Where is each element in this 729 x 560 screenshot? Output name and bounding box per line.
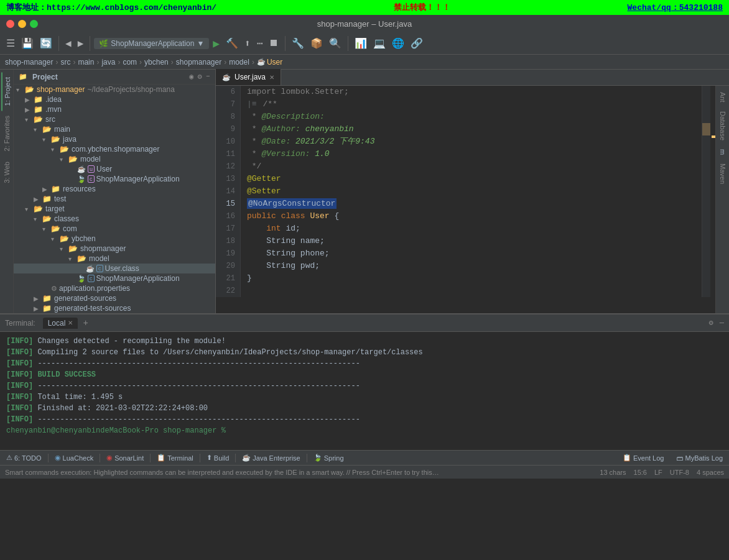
sync-btn[interactable]: 🔄 (37, 36, 55, 51)
extra-btn2[interactable]: 🔗 (408, 36, 425, 51)
event-log-btn[interactable]: 📋 Event Log (619, 452, 668, 463)
tree-java[interactable]: ▾ 📂 java (14, 134, 215, 144)
mybatis-log-btn[interactable]: 🗃 MyBatis Log (672, 452, 727, 463)
tree-target-ybchen[interactable]: ▾ 📂 ybchen (14, 234, 215, 244)
settings-btn[interactable]: 🔧 (289, 36, 307, 51)
sdk-btn[interactable]: 📦 (308, 36, 325, 51)
vcs-btn[interactable]: 📊 (352, 36, 369, 51)
tree-target-app[interactable]: ▶ 🍃 c ShopManagerApplication (14, 273, 215, 283)
terminal-add-btn[interactable]: + (83, 318, 88, 328)
terminal-minimize-btn[interactable]: — (720, 319, 724, 328)
stop-btn[interactable]: ⏹ (266, 36, 281, 50)
terminal-btn[interactable]: 💻 (371, 36, 388, 51)
bc-ybchen[interactable]: ybchen (144, 58, 169, 67)
tree-idea[interactable]: ▶ 📁 .idea (14, 94, 215, 104)
tree-target-shopmanager[interactable]: ▾ 📂 shopmanager (14, 244, 215, 254)
tree-app-props[interactable]: ▶ ⚙ application.properties (14, 283, 215, 293)
luacheck-btn[interactable]: ◉ LuaCheck (51, 452, 98, 463)
bc-shopmanager[interactable]: shop-manager (5, 58, 53, 67)
app-type-icon: c (88, 175, 95, 183)
build-tool-btn[interactable]: ⬆ Build (203, 452, 233, 463)
sidebar-collapse-btn[interactable]: – (206, 72, 210, 81)
build-icon: ⬆ (207, 454, 212, 462)
tree-user-java[interactable]: ▶ ☕ u User (14, 164, 215, 174)
spring-btn[interactable]: 🍃 Spring (310, 452, 348, 463)
terminal-tab-close[interactable]: ✕ (68, 319, 73, 326)
search-everywhere-btn[interactable]: 🔍 (327, 36, 344, 51)
right-tab-ant[interactable]: Ant (718, 88, 728, 106)
blog-url: 博客地址：https://www.cnblogs.com/chenyanbin/ (6, 2, 216, 13)
term-line-3: [INFO] ---------------------------------… (6, 358, 723, 369)
sidebar-scope-btn[interactable]: ◉ (189, 72, 193, 81)
ln16: 16 (221, 210, 235, 223)
run-btn[interactable]: ▶ (210, 35, 222, 52)
run-config-selector[interactable]: 🌿 ShopManagerApplication ▼ (94, 38, 209, 49)
tab-close-btn[interactable]: ✕ (269, 74, 274, 81)
right-tab-maven[interactable]: m (718, 145, 728, 158)
build-btn[interactable]: 🔨 (223, 36, 241, 51)
right-tab-maven-text[interactable]: Maven (718, 160, 728, 188)
bottom-toolbar: ⚠ 6: TODO ◉ LuaCheck ◉ SonarLint 📋 Termi… (0, 450, 729, 465)
menu-btn[interactable]: ☰ (4, 36, 17, 51)
sonarlint-btn[interactable]: ◉ SonarLint (103, 452, 147, 463)
tab-user-java[interactable]: ☕ User.java ✕ (216, 69, 281, 85)
tree-main[interactable]: ▾ 📂 main (14, 124, 215, 134)
terminal-tab-local[interactable]: Local ✕ (43, 318, 78, 329)
status-chars: 13 chars (600, 469, 626, 476)
more-btn[interactable]: ⋯ (254, 36, 266, 51)
tree-shopmanager-app[interactable]: ▶ 🍃 c ShopManagerApplication (14, 174, 215, 184)
tree-target[interactable]: ▾ 📂 target (14, 204, 215, 214)
tree-resources[interactable]: ▶ 📁 resources (14, 184, 215, 194)
tree-classes[interactable]: ▾ 📂 classes (14, 214, 215, 224)
bc-user[interactable]: User (267, 58, 282, 67)
bc-com[interactable]: com (123, 58, 137, 67)
code-area[interactable]: import lombok.Setter; |≡ /** * @Descript… (241, 86, 702, 297)
todo-btn[interactable]: ⚠ 6: TODO (2, 452, 45, 463)
tree-mvn[interactable]: ▶ 📁 .mvn (14, 104, 215, 114)
tree-gen-sources[interactable]: ▶ 📁 generated-sources (14, 293, 215, 303)
close-button[interactable] (6, 20, 14, 28)
sidebar-tab-project[interactable]: 1: Project (1, 72, 12, 111)
java-enterprise-btn[interactable]: ☕ Java Enterprise (238, 452, 304, 463)
sidebar-tab-web[interactable]: 3: Web (2, 157, 12, 188)
tree-user-class[interactable]: ▶ ☕ c User.class (14, 264, 215, 273)
bc-shopmanager2[interactable]: shopmanager (176, 58, 221, 67)
title-bar: shop-manager – User.java (0, 15, 729, 32)
status-lf[interactable]: LF (654, 469, 662, 476)
code-line-22 (247, 285, 695, 297)
right-bottom-tools: 📋 Event Log 🗃 MyBatis Log (619, 452, 727, 463)
status-indent[interactable]: 4 spaces (697, 469, 724, 476)
terminal-tool-btn[interactable]: 📋 Terminal (153, 452, 197, 463)
bc-model[interactable]: model (229, 58, 249, 67)
todo-label: 6: TODO (14, 454, 42, 462)
tree-root[interactable]: ▾ 📂 shop-manager ~/IdeaProjects/shop-man… (14, 85, 215, 94)
code-editor[interactable]: 6 7 8 9 10 11 12 13 14 15 16 17 18 19 (216, 86, 715, 313)
bc-src[interactable]: src (60, 58, 70, 67)
minimize-button[interactable] (18, 20, 26, 28)
folder-icon: 📁 (42, 294, 52, 303)
tree-target-com[interactable]: ▾ 📂 com (14, 224, 215, 234)
tree-model[interactable]: ▾ 📂 model (14, 154, 215, 164)
sidebar-tab-favorites[interactable]: 2: Favorites (2, 111, 12, 156)
tree-src[interactable]: ▾ 📂 src (14, 114, 215, 124)
save-btn[interactable]: 💾 (19, 36, 36, 51)
tree-target-model[interactable]: ▾ 📂 model (14, 254, 215, 264)
status-charset[interactable]: UTF-8 (670, 469, 689, 476)
event-log-icon: 📋 (623, 454, 631, 462)
tree-gen-test-sources[interactable]: ▶ 📁 generated-test-sources (14, 303, 215, 313)
forward-btn[interactable]: ▶ (75, 36, 86, 51)
todo-icon: ⚠ (6, 454, 12, 462)
update-btn[interactable]: ⬆ (242, 36, 253, 51)
back-btn[interactable]: ◀ (63, 36, 74, 51)
bc-java[interactable]: java (101, 58, 115, 67)
extra-btn1[interactable]: 🌐 (389, 36, 407, 51)
bc-main[interactable]: main (78, 58, 94, 67)
right-tab-database[interactable]: Database (718, 108, 728, 144)
tree-com-pkg[interactable]: ▾ 📂 com.ybchen.shopmanager (14, 144, 215, 154)
terminal-settings-btn[interactable]: ⚙ (709, 318, 713, 328)
status-position[interactable]: 15:6 (634, 469, 647, 476)
tab-bar: ☕ User.java ✕ (216, 70, 729, 86)
maximize-button[interactable] (30, 20, 38, 28)
sidebar-settings-btn[interactable]: ⚙ (198, 72, 202, 81)
tree-test[interactable]: ▶ 📁 test (14, 194, 215, 204)
